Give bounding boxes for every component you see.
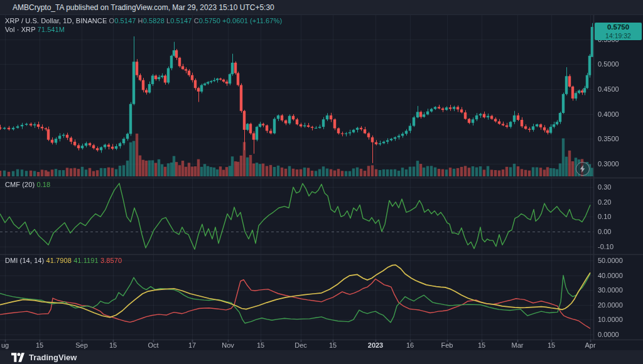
cmf-label[interactable]: CMF (20) bbox=[5, 181, 35, 188]
axis-tick-label: 0.20 bbox=[598, 198, 611, 206]
bar-countdown: 14:19:32 bbox=[595, 32, 642, 40]
time-tick-label: ug bbox=[1, 341, 9, 349]
axis-tick-label: 0.10 bbox=[598, 213, 611, 220]
axis-tick-label: 40.0000 bbox=[598, 272, 623, 279]
time-tick-label: Oct bbox=[148, 341, 158, 349]
instant-trading-button[interactable] bbox=[576, 162, 590, 176]
axis-tick-label: -0.10 bbox=[598, 243, 613, 250]
ohlc-high-value: 0.5828 bbox=[143, 17, 165, 24]
time-tick-label: 15 bbox=[109, 341, 117, 349]
time-tick-label: Nov bbox=[222, 341, 234, 349]
time-tick-label: 2023 bbox=[368, 341, 383, 349]
publish-text: AMBCrypto_TA published on TradingView.co… bbox=[13, 3, 274, 12]
cmf-legend[interactable]: CMF (20) 0.18 bbox=[5, 181, 50, 188]
axis-tick-label: 20.0000 bbox=[598, 301, 623, 309]
volume-value: 71.541M bbox=[38, 26, 65, 33]
ohlc-close-label: C bbox=[194, 17, 199, 24]
ohlc-open-label: O bbox=[109, 17, 115, 24]
symbol-legend[interactable]: XRP / U.S. Dollar, 1D, BINANCE O0.5147 H… bbox=[5, 17, 282, 24]
chart-canvas[interactable] bbox=[0, 15, 643, 350]
dmi-adx-value: 41.7908 bbox=[46, 257, 72, 264]
cmf-value: 0.18 bbox=[36, 181, 50, 188]
last-price-badge[interactable]: 0.5750 14:19:32 bbox=[595, 23, 642, 40]
time-tick-label: 15 bbox=[257, 341, 264, 349]
time-tick-label: 15 bbox=[478, 341, 485, 349]
time-tick-label: Mar bbox=[512, 341, 524, 349]
axis-tick-label: 50.0000 bbox=[598, 257, 623, 264]
time-tick-label: Sep bbox=[75, 341, 88, 349]
time-tick-label: Apr bbox=[585, 341, 595, 349]
dmi-legend[interactable]: DMI (14, 14) 41.7908 41.1191 3.8570 bbox=[5, 257, 122, 264]
time-tick-label: 15 bbox=[36, 341, 43, 349]
last-price-value: 0.5750 bbox=[595, 23, 642, 32]
axis-tick-label: 0.0000 bbox=[598, 331, 619, 338]
time-tick-label: 15 bbox=[329, 341, 337, 349]
footer-bar: TradingView bbox=[0, 350, 643, 364]
volume-label[interactable]: Vol · XRP bbox=[5, 26, 35, 33]
axis-tick-label: 0.5000 bbox=[598, 60, 619, 68]
tradingview-logo-icon[interactable] bbox=[11, 353, 24, 362]
axis-tick-label: 0.4000 bbox=[598, 110, 619, 118]
symbol-title[interactable]: XRP / U.S. Dollar, 1D, BINANCE bbox=[5, 17, 107, 24]
axis-tick-label: 0.30 bbox=[598, 183, 611, 191]
time-tick-label: Feb bbox=[441, 341, 453, 349]
time-tick-label: 16 bbox=[406, 341, 414, 349]
axis-tick-label: 10.0000 bbox=[598, 316, 623, 323]
time-tick-label: 17 bbox=[188, 341, 196, 349]
ohlc-open-value: 0.5147 bbox=[114, 17, 136, 24]
axis-tick-label: 30.0000 bbox=[598, 286, 623, 294]
publish-bar: AMBCrypto_TA published on TradingView.co… bbox=[0, 0, 643, 15]
axis-tick-label: 0.3500 bbox=[598, 135, 619, 142]
dmi-plusdi-value: 41.1191 bbox=[73, 257, 99, 264]
dmi-minusdi-value: 3.8570 bbox=[100, 257, 122, 264]
time-tick-label: Dec bbox=[294, 341, 307, 349]
lightning-icon bbox=[580, 165, 586, 173]
ohlc-low-value: 0.5147 bbox=[170, 17, 192, 24]
tradingview-brand-text[interactable]: TradingView bbox=[29, 353, 77, 362]
axis-tick-label: 0.4500 bbox=[598, 85, 619, 93]
ohlc-close-value: 0.5750 bbox=[199, 17, 220, 24]
volume-legend[interactable]: Vol · XRP 71.541M bbox=[5, 26, 65, 33]
tradingview-chart-window: AMBCrypto_TA published on TradingView.co… bbox=[0, 0, 643, 364]
ohlc-change-value: +0.0601 (+11.67%) bbox=[222, 17, 282, 24]
time-tick-label: 15 bbox=[548, 341, 555, 349]
axis-tick-label: 0.00 bbox=[598, 228, 611, 235]
ohlc-high-label: H bbox=[138, 17, 143, 24]
axis-tick-label: 0.3000 bbox=[598, 160, 619, 168]
dmi-label[interactable]: DMI (14, 14) bbox=[5, 257, 44, 264]
